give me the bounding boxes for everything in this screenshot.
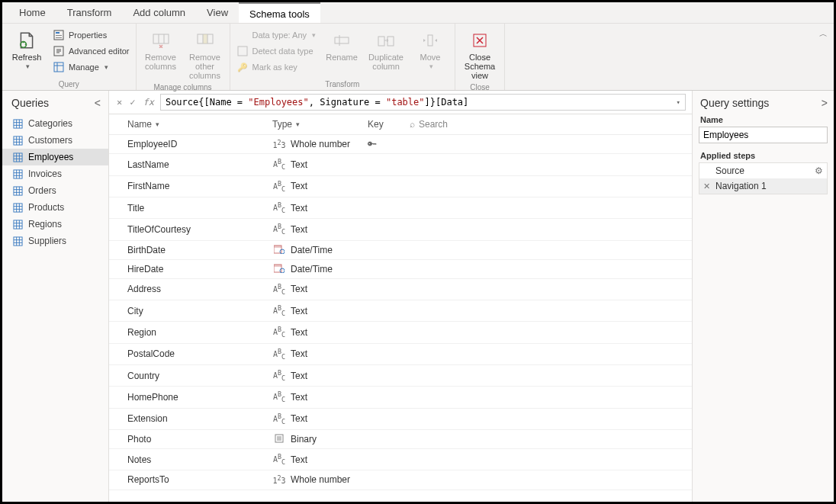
properties-button[interactable]: Properties — [51, 28, 131, 42]
schema-row[interactable]: HomePhoneABCText — [109, 387, 692, 408]
schema-row[interactable]: NotesABCText — [109, 449, 692, 470]
field-name: Photo — [127, 434, 272, 445]
collapse-ribbon-icon[interactable]: ︿ — [819, 28, 828, 40]
schema-row[interactable]: FirstNameABCText — [109, 176, 692, 197]
advanced-editor-button[interactable]: Advanced editor — [51, 44, 131, 58]
query-item-products[interactable]: Products — [2, 199, 108, 216]
field-type: ABCText — [272, 158, 368, 171]
tab-transform[interactable]: Transform — [56, 2, 123, 23]
field-type: ABCText — [272, 201, 368, 214]
field-type: 123Whole number — [272, 474, 368, 485]
step-label: Navigation 1 — [715, 181, 767, 191]
schema-row[interactable]: ReportsTo123Whole number — [109, 470, 692, 490]
query-item-invoices[interactable]: Invoices — [2, 165, 108, 182]
field-type: Date/Time — [272, 264, 368, 274]
column-header-name[interactable]: Name▾ — [127, 119, 272, 130]
type-icon: 123 — [272, 139, 286, 149]
schema-row[interactable]: ExtensionABCText — [109, 409, 692, 430]
duplicate-icon — [375, 30, 397, 51]
svg-rect-19 — [378, 37, 384, 46]
remove-other-icon — [195, 30, 216, 51]
svg-rect-28 — [13, 136, 21, 144]
refresh-label: Refresh — [12, 53, 42, 62]
field-name: HomePhone — [127, 392, 272, 403]
column-header-type[interactable]: Type▾ — [272, 119, 368, 130]
applied-step[interactable]: ✕Navigation 1 — [699, 178, 827, 194]
name-label: Name — [699, 115, 828, 124]
search-input[interactable]: ⌕ Search — [410, 119, 692, 130]
svg-rect-53 — [13, 220, 21, 228]
tab-view[interactable]: View — [196, 2, 239, 23]
step-label: Source — [715, 165, 744, 176]
rename-icon — [331, 30, 352, 51]
schema-row[interactable]: PhotoBinary — [109, 430, 692, 449]
field-name: Country — [127, 371, 272, 381]
duplicate-column-button: Duplicate column — [366, 27, 406, 74]
schema-row[interactable]: EmployeeID123Whole number🔑︎ — [109, 135, 692, 154]
schema-row[interactable]: CityABCText — [109, 300, 692, 322]
svg-rect-38 — [13, 169, 21, 178]
schema-row[interactable]: TitleABCText — [109, 197, 692, 219]
type-icon: ABC — [272, 223, 286, 236]
group-label-transform: Transform — [235, 80, 451, 90]
queries-sidebar: Queries < CategoriesCustomersEmployeesIn… — [2, 91, 109, 502]
close-schema-view-button[interactable]: Close Schema view — [460, 27, 500, 83]
cancel-formula-icon[interactable]: ✕ — [115, 97, 124, 108]
query-item-employees[interactable]: Employees — [2, 149, 108, 165]
svg-rect-16 — [238, 47, 247, 56]
table-icon — [11, 134, 24, 146]
field-name: HireDate — [127, 264, 272, 274]
delete-step-icon[interactable]: ✕ — [703, 181, 712, 191]
tab-schema-tools[interactable]: Schema tools — [239, 2, 320, 23]
schema-row[interactable]: PostalCodeABCText — [109, 344, 692, 365]
manage-icon — [53, 61, 65, 73]
field-name: LastName — [127, 159, 272, 170]
query-item-categories[interactable]: Categories — [2, 115, 108, 132]
collapse-queries-icon[interactable]: < — [95, 97, 101, 109]
move-icon — [420, 30, 441, 51]
schema-grid[interactable]: EmployeeID123Whole number🔑︎LastNameABCTe… — [109, 135, 692, 502]
query-item-customers[interactable]: Customers — [2, 132, 108, 149]
schema-row[interactable]: TitleOfCourtesyABCText — [109, 219, 692, 240]
tab-home[interactable]: Home — [8, 2, 56, 23]
refresh-button[interactable]: Refresh ▾ — [7, 27, 47, 74]
svg-rect-64 — [274, 246, 281, 248]
collapse-settings-icon[interactable]: > — [822, 97, 828, 109]
manage-button[interactable]: Manage ▾ — [51, 60, 131, 74]
fx-icon[interactable]: fx — [141, 97, 155, 108]
field-name: BirthDate — [127, 245, 272, 255]
schema-row[interactable]: CountryABCText — [109, 365, 692, 387]
query-settings-title: Query settings — [700, 97, 769, 109]
svg-point-65 — [280, 249, 285, 254]
query-item-regions[interactable]: Regions — [2, 216, 108, 233]
svg-rect-67 — [274, 265, 281, 267]
commit-formula-icon[interactable]: ✓ — [128, 97, 137, 108]
schema-row[interactable]: BirthDateDate/Time — [109, 241, 692, 260]
query-name-input[interactable] — [699, 127, 828, 143]
schema-row[interactable]: AddressABCText — [109, 279, 692, 300]
type-icon — [272, 434, 286, 445]
schema-row[interactable]: RegionABCText — [109, 322, 692, 343]
ribbon-group-close: Close Schema view Close — [455, 24, 505, 90]
field-name: TitleOfCourtesy — [127, 224, 272, 235]
svg-rect-4 — [56, 37, 62, 38]
ribbon-group-query: Refresh ▾ Properties Advanced editor Man… — [2, 24, 137, 90]
query-settings-panel: Query settings > Name Applied steps Sour… — [692, 91, 834, 502]
schema-row[interactable]: HireDateDate/Time — [109, 260, 692, 279]
query-item-suppliers[interactable]: Suppliers — [2, 233, 108, 249]
type-icon — [272, 264, 286, 274]
svg-rect-3 — [56, 35, 62, 36]
type-icon: 123 — [272, 474, 286, 485]
field-type: ABCText — [272, 180, 368, 193]
chevron-down-icon[interactable]: ▾ — [677, 98, 680, 106]
datatype-button: Data type: Any ▾ — [235, 28, 318, 42]
key-icon: 🔑 — [236, 61, 249, 73]
query-item-orders[interactable]: Orders — [2, 182, 108, 199]
gear-icon[interactable]: ⚙ — [815, 165, 823, 176]
schema-row[interactable]: LastNameABCText — [109, 154, 692, 175]
tab-add-column[interactable]: Add column — [122, 2, 196, 23]
mark-as-key-button: 🔑 Mark as key — [235, 60, 318, 74]
applied-step[interactable]: Source⚙ — [699, 163, 827, 178]
formula-input[interactable]: Source{[Name = "Employees", Signature = … — [160, 94, 686, 111]
column-header-key[interactable]: Key — [368, 119, 410, 130]
